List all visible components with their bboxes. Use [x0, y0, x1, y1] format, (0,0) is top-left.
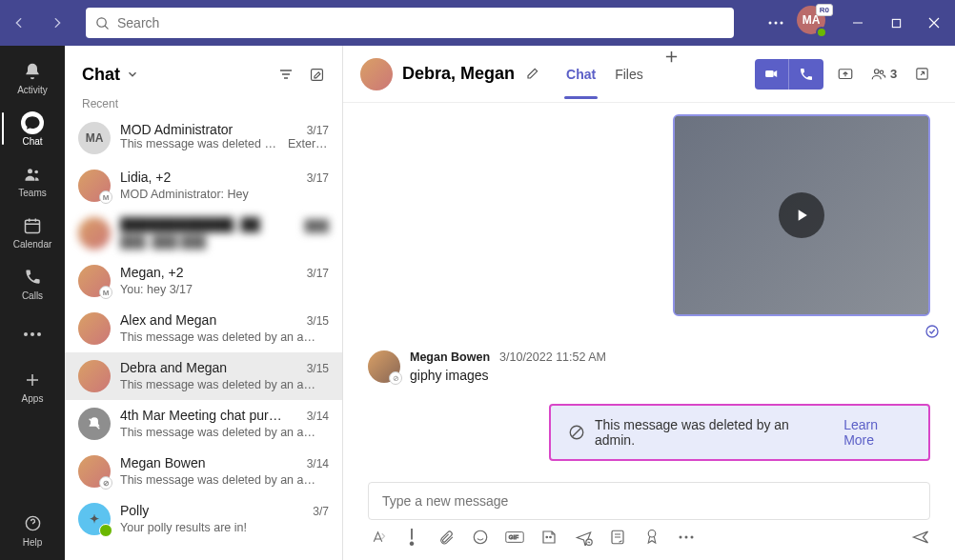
- audio-call-button[interactable]: [789, 59, 823, 90]
- search-icon: [95, 16, 110, 30]
- title-bar: MA R0: [0, 0, 955, 46]
- chat-name: MOD Administrator: [120, 122, 233, 137]
- chat-date: 3/17: [307, 267, 329, 280]
- compose-area: GIF: [343, 476, 955, 560]
- tab-files[interactable]: Files: [613, 50, 645, 99]
- chat-preview: This message was deleted by an a…: [120, 378, 315, 391]
- svg-rect-13: [765, 70, 774, 77]
- rail-calendar[interactable]: Calendar: [2, 206, 63, 257]
- chat-main: Debra, Megan Chat Files 3: [343, 46, 955, 560]
- message-list[interactable]: ⊘ Megan Bowen 3/10/2022 11:52 AM giphy i…: [343, 103, 955, 476]
- close-button[interactable]: [917, 0, 951, 46]
- chat-item[interactable]: 4th Mar Meeting chat pur…3/14 This messa…: [65, 400, 342, 448]
- rail-more[interactable]: [2, 309, 63, 360]
- svg-point-18: [926, 326, 938, 337]
- sticker-icon[interactable]: [539, 528, 559, 547]
- minimize-button[interactable]: [841, 0, 875, 46]
- attach-icon[interactable]: [437, 528, 456, 547]
- praise-icon[interactable]: [642, 528, 661, 547]
- profile-chip[interactable]: MA R0: [797, 6, 831, 40]
- rail-label: Calls: [22, 290, 43, 301]
- chat-name: Polly: [120, 503, 149, 518]
- rail-activity[interactable]: Activity: [2, 51, 63, 103]
- learn-more-link[interactable]: Learn More: [843, 417, 911, 448]
- schedule-send-icon[interactable]: [574, 528, 593, 547]
- tab-chat[interactable]: Chat: [564, 50, 598, 99]
- video-call-button[interactable]: [755, 59, 789, 90]
- chat-preview: This message was deleted by an a…: [120, 473, 315, 487]
- chat-icon: [21, 111, 44, 134]
- presence-available-icon: [99, 524, 112, 537]
- gif-icon[interactable]: GIF: [505, 528, 524, 547]
- search-box[interactable]: [86, 8, 734, 38]
- chat-list-title: Chat: [82, 65, 120, 85]
- compose-input[interactable]: [368, 482, 930, 520]
- send-button[interactable]: [911, 528, 930, 547]
- chat-preview: This message was deleted by an a…: [120, 426, 315, 439]
- compose-icon[interactable]: [309, 67, 325, 83]
- people-count: 3: [890, 67, 897, 81]
- chat-item[interactable]: ⊘ Megan Bowen3/14 This message was delet…: [65, 448, 342, 495]
- edit-name-icon[interactable]: [524, 67, 539, 82]
- chat-item[interactable]: ✦ Polly3/7 Your polly results are in!: [65, 495, 342, 543]
- search-input[interactable]: [117, 15, 724, 30]
- more-button[interactable]: [759, 0, 793, 46]
- chat-list-header: Chat: [65, 46, 342, 103]
- phone-icon: [21, 266, 44, 289]
- status-badge-icon: ⊘: [99, 476, 112, 490]
- chat-item[interactable]: M Lidia, +23/17 MOD Administrator: Hey: [65, 162, 342, 210]
- forward-button[interactable]: [42, 8, 72, 38]
- svg-text:GIF: GIF: [509, 533, 518, 540]
- chat-item-redacted[interactable]: ████████████, █████ ███, ███ ███: [65, 210, 342, 257]
- rail-calls[interactable]: Calls: [2, 257, 63, 309]
- maximize-button[interactable]: [879, 0, 913, 46]
- compose-toolbar: GIF: [368, 528, 930, 547]
- rail-teams[interactable]: Teams: [2, 154, 63, 206]
- chat-preview: This message was deleted by an a…: [120, 330, 315, 344]
- chat-item[interactable]: Debra and Megan3/15 This message was del…: [65, 352, 342, 400]
- svg-point-9: [30, 332, 34, 336]
- svg-point-15: [874, 69, 879, 73]
- deleted-message-banner: This message was deleted by an admin. Le…: [549, 404, 930, 461]
- chat-item[interactable]: M Megan, +23/17 You: hey 3/17: [65, 257, 342, 305]
- share-screen-icon[interactable]: [829, 59, 862, 90]
- filter-icon[interactable]: [278, 67, 294, 83]
- rail-chat[interactable]: Chat: [2, 103, 63, 154]
- chat-date: 3/14: [307, 410, 329, 423]
- svg-point-16: [880, 70, 883, 73]
- play-icon[interactable]: [779, 192, 824, 238]
- chat-preview: ███, ███ ███: [120, 235, 206, 249]
- app-rail: Activity Chat Teams Calendar Calls Apps: [0, 46, 65, 560]
- chat-preview: This message was deleted by …: [120, 137, 282, 150]
- svg-point-3: [781, 22, 783, 25]
- chat-list-panel: Chat Recent MA MOD Administrator3/17 Thi…: [65, 46, 343, 560]
- priority-icon[interactable]: [402, 528, 421, 547]
- chat-name: 4th Mar Meeting chat pur…: [120, 408, 282, 423]
- people-button[interactable]: 3: [867, 59, 900, 90]
- message-avatar: ⊘: [368, 350, 400, 383]
- ellipsis-icon: [21, 323, 44, 346]
- svg-point-5: [28, 169, 32, 173]
- popout-icon[interactable]: [905, 59, 938, 90]
- status-badge-icon: M: [99, 286, 112, 299]
- rail-label: Calendar: [13, 239, 52, 250]
- chat-date: 3/7: [313, 505, 329, 518]
- rail-help[interactable]: Help: [2, 509, 63, 560]
- svg-point-1: [769, 22, 772, 25]
- format-icon[interactable]: [368, 528, 387, 547]
- chevron-down-icon[interactable]: [126, 68, 139, 81]
- back-button[interactable]: [4, 8, 34, 38]
- calendar-icon: [21, 214, 44, 237]
- approvals-icon[interactable]: [608, 528, 627, 547]
- add-tab-button[interactable]: [660, 50, 682, 99]
- status-badge-icon: M: [99, 190, 112, 204]
- rail-apps[interactable]: Apps: [2, 360, 63, 411]
- chat-item[interactable]: MA MOD Administrator3/17 This message wa…: [65, 114, 342, 162]
- video-attachment[interactable]: [673, 114, 930, 316]
- chat-item[interactable]: Alex and Megan3/15 This message was dele…: [65, 305, 342, 352]
- svg-point-24: [550, 536, 552, 538]
- more-actions-icon[interactable]: [677, 528, 696, 547]
- teams-icon: [21, 163, 44, 186]
- avatar: [78, 408, 111, 440]
- emoji-icon[interactable]: [471, 528, 490, 547]
